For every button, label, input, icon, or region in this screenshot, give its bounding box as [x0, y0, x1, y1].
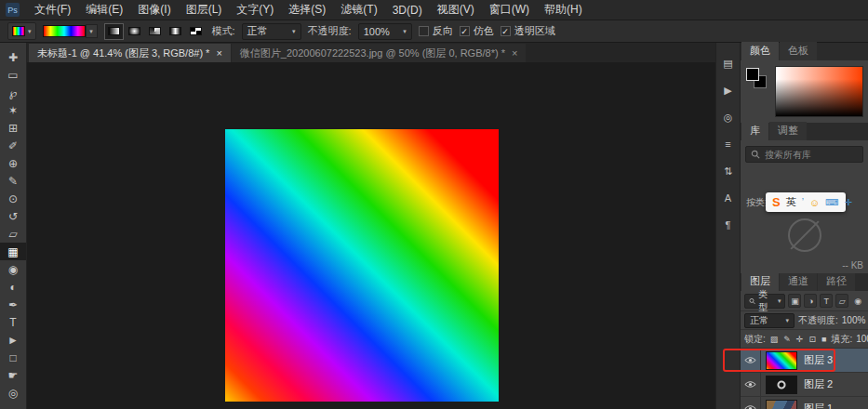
ime-punctuation-icon[interactable]: ’	[802, 197, 804, 207]
blur-tool[interactable]: ◉	[0, 260, 26, 278]
healing-brush-tool[interactable]: ⊕	[0, 154, 26, 172]
linear-gradient-button[interactable]	[104, 23, 124, 40]
visibility-toggle[interactable]	[741, 349, 761, 372]
layer-blend-mode-select[interactable]: 正常 ▾	[744, 313, 795, 328]
ime-emoji-icon[interactable]: ☺	[809, 197, 820, 208]
dodge-tool[interactable]: ◐	[0, 278, 26, 296]
shape-tool[interactable]: □	[0, 349, 26, 366]
menu-help[interactable]: 帮助(H)	[537, 2, 590, 18]
tab-color[interactable]: 颜色	[741, 42, 779, 60]
filter-type-layers-icon[interactable]: T	[820, 294, 833, 308]
hand-tool[interactable]: ☛	[0, 366, 26, 384]
filter-pixel-layers-icon[interactable]: ▣	[788, 294, 801, 308]
menu-select[interactable]: 选择(S)	[281, 2, 333, 18]
menu-view[interactable]: 视图(V)	[430, 2, 482, 18]
lock-artboard-icon[interactable]: ⊡	[808, 335, 817, 344]
gradient-editor[interactable]: ▾	[43, 24, 98, 38]
quick-selection-tool[interactable]: ✶	[0, 101, 26, 119]
rainbow-gradient-artwork[interactable]	[225, 129, 499, 402]
clone-stamp-tool[interactable]: ⊙	[0, 190, 26, 207]
dropdown-arrow-icon[interactable]: ▾	[89, 28, 93, 34]
ime-keyboard-icon[interactable]: ⌨	[825, 197, 838, 207]
layer-row-1[interactable]: 图层 1	[741, 397, 868, 409]
lock-all-icon[interactable]: ■	[821, 335, 827, 344]
angle-gradient-button[interactable]	[145, 23, 165, 40]
reflected-gradient-button[interactable]	[166, 23, 185, 40]
tool-preset-picker[interactable]: ▾	[7, 22, 36, 40]
document-tab-wechat-image[interactable]: 微信图片_20200607222523.jpg @ 50% (图层 0, RGB…	[232, 44, 527, 62]
swap-panel-icon[interactable]: ⇅	[720, 164, 737, 178]
tab-adjustments[interactable]: 调整	[769, 122, 807, 140]
library-search-box[interactable]	[745, 146, 863, 163]
zoom-tool[interactable]: ◎	[0, 384, 26, 402]
reverse-checkbox[interactable]: 反向	[419, 24, 453, 38]
lock-transparent-icon[interactable]: ▨	[769, 335, 780, 344]
menu-window[interactable]: 窗口(W)	[482, 2, 537, 18]
lasso-tool[interactable]: ℘	[0, 84, 26, 101]
radial-gradient-button[interactable]	[125, 23, 144, 40]
close-icon[interactable]: ×	[512, 47, 517, 59]
ime-language-indicator[interactable]: 英	[786, 195, 796, 209]
menu-3d[interactable]: 3D(D)	[385, 4, 430, 17]
dither-checkbox[interactable]: 仿色	[460, 24, 494, 38]
sogou-logo-icon[interactable]: S	[772, 195, 781, 209]
menu-filter[interactable]: 滤镜(T)	[333, 2, 384, 18]
collapsed-panel-2-icon[interactable]: ◎	[720, 110, 737, 125]
layer-name[interactable]: 图层 3	[804, 353, 833, 367]
layer-name[interactable]: 图层 2	[804, 377, 833, 391]
diamond-gradient-button[interactable]	[186, 23, 206, 40]
marquee-tool[interactable]: ▭	[0, 66, 26, 84]
move-tool[interactable]: ✚	[0, 48, 26, 66]
tab-swatches[interactable]: 色板	[780, 42, 817, 60]
tab-channels[interactable]: 通道	[780, 272, 817, 291]
layer-thumbnail[interactable]	[766, 376, 797, 394]
checkbox-icon[interactable]	[419, 26, 429, 36]
checkbox-icon[interactable]	[460, 26, 470, 36]
document-tab-untitled[interactable]: 未标题-1 @ 41.4% (图层 3, RGB/8#) * ×	[29, 44, 231, 62]
layer-row-2[interactable]: 图层 2	[741, 373, 868, 397]
layer-opacity-value[interactable]: 100%	[842, 315, 866, 325]
canvas-area[interactable]	[27, 62, 715, 409]
visibility-toggle[interactable]	[741, 373, 761, 396]
layer-filter-toggle-icon[interactable]: ◉	[851, 294, 864, 308]
close-icon[interactable]: ×	[216, 47, 221, 59]
library-search-input[interactable]	[765, 150, 858, 160]
layer-name[interactable]: 图层 1	[804, 402, 833, 409]
visibility-toggle[interactable]	[741, 397, 761, 409]
paragraph-panel-icon[interactable]: ¶	[720, 218, 737, 232]
adjustments-panel-icon[interactable]: ≡	[720, 137, 737, 152]
tab-paths[interactable]: 路径	[818, 272, 855, 291]
blend-mode-select[interactable]: 正常 ▾	[242, 23, 301, 40]
fill-value[interactable]: 100%	[856, 334, 868, 344]
actions-panel-icon[interactable]: ▶	[720, 83, 737, 98]
character-panel-icon[interactable]: A	[720, 191, 737, 205]
layer-thumbnail[interactable]	[766, 400, 797, 409]
eyedropper-tool[interactable]: ✐	[0, 137, 26, 154]
foreground-color-chip[interactable]	[746, 68, 759, 81]
history-brush-tool[interactable]: ↺	[0, 207, 26, 225]
layer-thumbnail[interactable]	[766, 351, 797, 370]
color-picker-field[interactable]	[775, 66, 863, 117]
ime-toolbox-icon[interactable]: ✛	[845, 197, 852, 207]
menu-type[interactable]: 文字(Y)	[229, 2, 281, 18]
tab-libraries[interactable]: 库	[741, 122, 768, 140]
menu-edit[interactable]: 编辑(E)	[78, 2, 130, 18]
gradient-preview[interactable]	[43, 25, 86, 37]
type-tool[interactable]: T	[0, 313, 26, 331]
layer-row-3[interactable]: 图层 3	[741, 349, 868, 373]
lock-pixels-icon[interactable]: ✎	[782, 335, 792, 344]
checkbox-icon[interactable]	[501, 26, 511, 36]
path-selection-tool[interactable]: ►	[0, 331, 26, 349]
opacity-select[interactable]: 100% ▾	[358, 23, 412, 40]
filter-shape-layers-icon[interactable]: ▱	[835, 294, 848, 308]
crop-tool[interactable]: ⊞	[0, 119, 26, 137]
pen-tool[interactable]: ✒	[0, 296, 26, 313]
layer-filter-type-select[interactable]: 类型 ▾	[744, 294, 785, 309]
lock-position-icon[interactable]: ✛	[795, 335, 805, 344]
collapsed-panel-1-icon[interactable]: ▤	[720, 56, 737, 71]
brush-tool[interactable]: ✎	[0, 172, 26, 190]
menu-file[interactable]: 文件(F)	[27, 2, 78, 18]
filter-adjustment-layers-icon[interactable]: ◑	[804, 294, 817, 308]
menu-layer[interactable]: 图层(L)	[179, 2, 230, 18]
transparency-checkbox[interactable]: 透明区域	[501, 24, 555, 38]
